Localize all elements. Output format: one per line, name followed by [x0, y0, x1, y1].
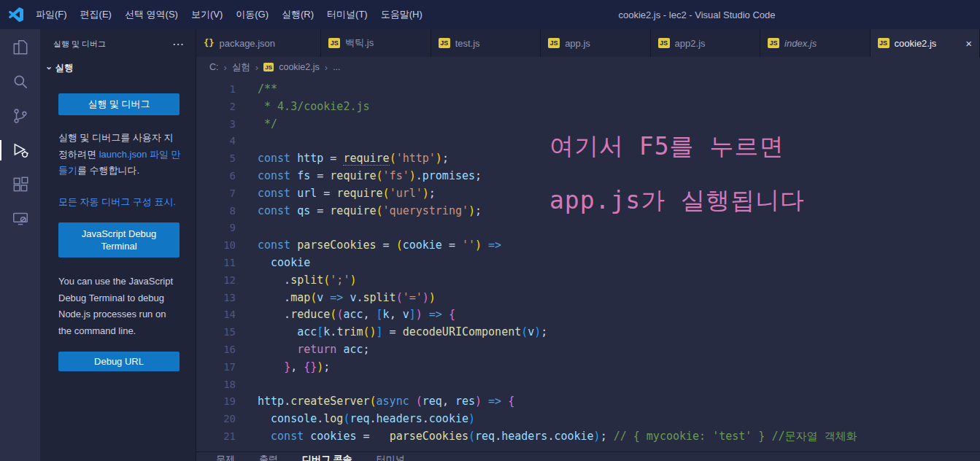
code-text[interactable]: const http = require('http');	[236, 150, 449, 168]
line-number[interactable]: 11	[196, 255, 236, 272]
menu-item[interactable]: 터미널(T)	[320, 0, 374, 29]
menu-item[interactable]: 보기(V)	[185, 0, 229, 29]
code-editor[interactable]: 1/**2 * 4.3/cookie2.js3 */45const http =…	[196, 77, 980, 452]
sidebar-title: 실행 및 디버그	[53, 39, 106, 50]
line-number[interactable]: 5	[196, 150, 236, 168]
line-number[interactable]: 4	[196, 133, 236, 150]
code-text[interactable]: const parseCookies = (cookie = '') =>	[236, 237, 501, 255]
debug-url-button[interactable]: Debug URL	[58, 352, 180, 371]
remote-explorer-icon[interactable]	[0, 206, 40, 231]
menu-item[interactable]: 이동(G)	[229, 0, 275, 29]
code-text[interactable]: const url = require('url');	[236, 185, 436, 203]
tab-bar: {}package.jsonJS백틱.jsJStest.jsJSapp.jsJS…	[196, 29, 980, 57]
run-section-header[interactable]: ⌄ 실행	[40, 61, 196, 75]
show-configs-paragraph: 모든 자동 디버그 구성 표시.	[58, 194, 181, 211]
line-number[interactable]: 17	[196, 359, 236, 376]
code-text[interactable]: * 4.3/cookie2.js	[236, 98, 370, 116]
panel-tab[interactable]: 출력	[259, 452, 278, 461]
menu-item[interactable]: 실행(R)	[275, 0, 320, 29]
line-number[interactable]: 13	[196, 290, 236, 307]
panel-tab[interactable]: 터미널	[377, 452, 405, 461]
breadcrumb-separator-icon: ›	[325, 62, 328, 73]
tab-label: cookie2.js	[895, 38, 937, 49]
tab-label: app2.js	[675, 38, 706, 49]
run-and-debug-icon[interactable]	[0, 138, 40, 163]
search-icon[interactable]	[0, 69, 40, 94]
panel-tab[interactable]: 디버그 콘솔	[302, 452, 352, 461]
breadcrumb-item[interactable]: ...	[333, 62, 340, 72]
code-text[interactable]: const fs = require('fs').promises;	[236, 168, 482, 185]
line-number[interactable]: 3	[196, 116, 236, 133]
editor-tab[interactable]: JSapp2.js	[651, 29, 760, 57]
line-number[interactable]: 15	[196, 324, 236, 341]
line-number[interactable]: 9	[196, 220, 236, 237]
js-debug-terminal-button[interactable]: JavaScript Debug Terminal	[58, 222, 180, 257]
breadcrumb-item[interactable]: C:	[209, 62, 219, 72]
extensions-icon[interactable]	[0, 172, 40, 197]
annotation: 여기서 F5를 누르면 app.js가 실행됩니다	[549, 120, 805, 228]
breadcrumb-separator-icon: ›	[224, 62, 227, 73]
line-number[interactable]: 7	[196, 185, 236, 203]
tab-label: index.js	[784, 38, 817, 49]
line-number[interactable]: 10	[196, 237, 236, 255]
show-debug-configs-link[interactable]: 모든 자동 디버그 구성 표시.	[58, 196, 176, 207]
js-file-icon: JS	[439, 38, 450, 48]
code-text[interactable]: */	[236, 116, 277, 133]
close-tab-icon[interactable]: ×	[965, 37, 972, 50]
line-number[interactable]: 2	[196, 98, 236, 116]
code-text[interactable]: /**	[236, 81, 277, 98]
editor-tab[interactable]: JSindex.js	[760, 29, 870, 57]
breadcrumb-item[interactable]: cookie2.js	[279, 62, 320, 72]
explorer-icon[interactable]	[0, 35, 40, 60]
code-text[interactable]: acc[k.trim()] = decodeURIComponent(v);	[236, 324, 547, 341]
code-line: 1/**	[196, 81, 980, 98]
workbench: 실행 및 디버그 ⋯ ⌄ 실행 실행 및 디버그 실행 및 디버그를 사용자 지…	[0, 29, 980, 461]
code-text[interactable]: .reduce((acc, [k, v]) => {	[236, 306, 455, 324]
tab-label: app.js	[565, 38, 590, 49]
source-control-icon[interactable]	[0, 104, 40, 128]
editor-tab[interactable]: {}package.json	[196, 29, 321, 57]
code-text[interactable]: const cookies = parseCookies(req.headers…	[236, 428, 857, 446]
menu-item[interactable]: 도움말(H)	[374, 0, 429, 29]
editor-tab[interactable]: JScookie2.js×	[871, 29, 980, 57]
vscode-logo-icon	[9, 7, 23, 22]
code-text[interactable]: cookie	[236, 255, 310, 272]
code-line: 18	[196, 376, 980, 394]
code-line: 10const parseCookies = (cookie = '') =>	[196, 237, 980, 255]
menu-item[interactable]: 편집(E)	[74, 0, 118, 29]
menu-item[interactable]: 선택 영역(S)	[118, 0, 185, 29]
line-number[interactable]: 21	[196, 428, 236, 446]
sidebar-run-and-debug: 실행 및 디버그 ⋯ ⌄ 실행 실행 및 디버그 실행 및 디버그를 사용자 지…	[40, 29, 196, 461]
editor-tab[interactable]: JStest.js	[431, 29, 541, 57]
menu-item[interactable]: 파일(F)	[29, 0, 74, 29]
code-text[interactable]: .split(';')	[236, 272, 356, 290]
line-number[interactable]: 20	[196, 411, 236, 428]
line-number[interactable]: 12	[196, 272, 236, 290]
terminal-info-text: You can use the JavaScript Debug Termina…	[58, 274, 181, 339]
code-line: 21 const cookies = parseCookies(req.head…	[196, 428, 980, 446]
code-text[interactable]: const qs = require('querystring');	[236, 203, 482, 220]
run-and-debug-button[interactable]: 실행 및 디버그	[58, 93, 180, 115]
code-text[interactable]	[236, 133, 258, 150]
line-number[interactable]: 18	[196, 376, 236, 394]
code-text[interactable]	[236, 376, 258, 394]
code-text[interactable]: http.createServer(async (req, res) => {	[236, 393, 514, 411]
editor-tab[interactable]: JS백틱.js	[321, 29, 431, 57]
line-number[interactable]: 19	[196, 393, 236, 411]
code-text[interactable]: .map(v => v.split('='))	[236, 290, 436, 307]
code-text[interactable]: return acc;	[236, 341, 370, 359]
code-text[interactable]	[236, 220, 258, 237]
line-number[interactable]: 14	[196, 306, 236, 324]
code-line: 19http.createServer(async (req, res) => …	[196, 393, 980, 411]
breadcrumb-item[interactable]: 실험	[232, 61, 250, 74]
line-number[interactable]: 6	[196, 168, 236, 185]
line-number[interactable]: 8	[196, 203, 236, 220]
panel-tab[interactable]: 문제	[216, 452, 235, 461]
code-text[interactable]: }, {});	[236, 359, 330, 376]
line-number[interactable]: 16	[196, 341, 236, 359]
tab-label: test.js	[455, 38, 480, 49]
code-text[interactable]: console.log(req.headers.cookie)	[236, 411, 475, 428]
more-actions-icon[interactable]: ⋯	[172, 41, 184, 48]
line-number[interactable]: 1	[196, 81, 236, 98]
editor-tab[interactable]: JSapp.js	[541, 29, 650, 57]
